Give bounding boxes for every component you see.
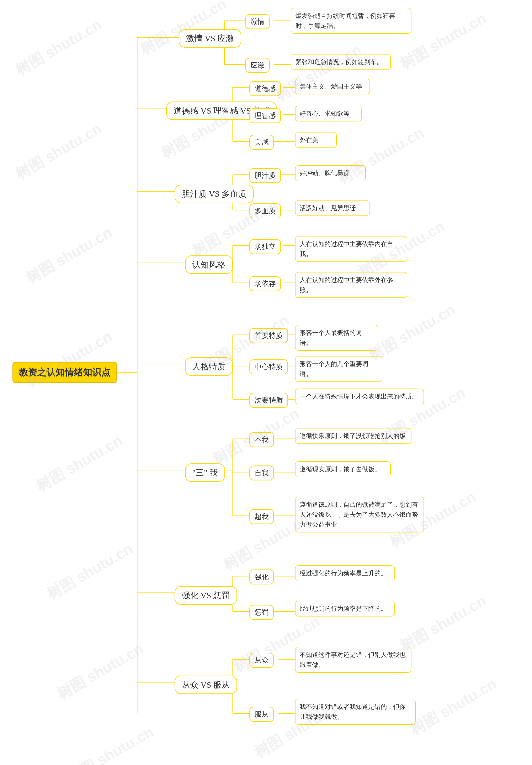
watermark: 树图 shutu.cn xyxy=(12,15,105,80)
root-node: 教资之认知情绪知识点 xyxy=(12,362,117,383)
watermark: 树图 shutu.cn xyxy=(64,722,157,765)
l2-qianghua: 强化 xyxy=(249,569,274,584)
l2-yingji: 应激 xyxy=(245,58,270,73)
l3-danzhizhi-desc: 好冲动、脾气暴躁 xyxy=(295,165,366,181)
l3-changduli-desc: 人在认知的过程中主要依靠内在自我。 xyxy=(295,236,407,262)
l1-renge: 人格特质 xyxy=(185,357,233,376)
l3-benwo-desc: 遵循快乐原则，饿了没饭吃抢别人的饭 xyxy=(295,428,411,444)
l2-changycun: 场依存 xyxy=(249,276,281,291)
l1-renzhi: 认知风格 xyxy=(185,256,233,274)
l3-shouyao-desc: 形容一个人最概括的词语。 xyxy=(295,325,378,351)
l2-jiqing: 激情 xyxy=(245,14,270,29)
l3-daodegan-desc: 集体主义、爱国主义等 xyxy=(295,79,370,94)
l3-ziwo-desc: 遵循现实原则，饿了去做饭。 xyxy=(295,461,391,477)
watermark: 树图 shutu.cn xyxy=(396,591,490,656)
l3-qianghua-desc: 经过强化的行为频率是上升的。 xyxy=(295,565,395,581)
l2-ziwo: 自我 xyxy=(249,465,274,480)
l2-duoxuezhi: 多血质 xyxy=(249,204,281,218)
l2-chengfa: 惩罚 xyxy=(249,605,274,620)
l2-daodegan: 道德感 xyxy=(249,81,281,96)
l2-fucong: 服从 xyxy=(249,707,274,722)
l3-fucong-desc: 我不知道对错或者我知道是错的，但你让我做我就做。 xyxy=(295,699,415,725)
l3-zhongxin-desc: 形容一个人的几个重要词语。 xyxy=(295,356,383,382)
l3-chaoawo-desc: 遵循道德原则，自己的饿被满足了，想到有人还没饭吃，于是去为了大多数人不饿而努力做… xyxy=(295,497,424,532)
l3-yingji-desc: 紧张和危急情况，例如急刹车。 xyxy=(291,54,391,70)
mind-map: 树图 shutu.cn 树图 shutu.cn 树图 shutu.cn 树图 s… xyxy=(0,0,532,765)
l2-ciyao: 次要特质 xyxy=(249,393,288,408)
l2-congzhong: 从众 xyxy=(249,653,274,668)
watermark: 树图 shutu.cn xyxy=(33,430,126,496)
l3-congzhong-desc: 不知道这件事对还是错，但别人做我也跟着做。 xyxy=(295,647,411,673)
l3-changyicun-desc: 人在认知的过程中主要依靠外在参照。 xyxy=(295,272,407,298)
l3-ciyao-desc: 一个人在特殊情境下才会表现出来的特质。 xyxy=(295,388,424,404)
l2-danzhizhi: 胆汁质 xyxy=(249,168,281,183)
l2-meigan: 美感 xyxy=(249,135,274,150)
l3-lizhigan-desc: 好奇心、求知欲等 xyxy=(295,106,362,122)
l3-jiqing-desc: 爆发强烈且持续时间短暂，例如狂喜时，手舞足蹈。 xyxy=(291,8,411,34)
watermark: 树图 shutu.cn xyxy=(22,223,116,288)
l3-meigan-desc: 外在美 xyxy=(295,132,337,148)
watermark: 树图 shutu.cn xyxy=(365,300,459,365)
l1-danzhi: 胆汁质 VS 多血质 xyxy=(174,185,254,203)
l2-chaoawo: 超我 xyxy=(249,509,274,524)
l2-changduli: 场独立 xyxy=(249,239,281,254)
l1-qianghua: 强化 VS 惩罚 xyxy=(174,586,237,605)
l2-lizhigan: 理智感 xyxy=(249,108,281,123)
l2-zhongxin: 中心特质 xyxy=(249,360,288,375)
l1-jiqing: 激情 VS 应激 xyxy=(179,29,241,48)
watermark: 树图 shutu.cn xyxy=(53,638,147,704)
l1-congzhong: 从众 VS 服从 xyxy=(174,676,237,694)
l1-sanwo: "三" 我 xyxy=(185,463,225,482)
watermark: 树图 shutu.cn xyxy=(43,539,136,604)
l2-shouyao: 首要特质 xyxy=(249,328,288,343)
l3-chengfa-desc: 经过惩罚的行为频率是下降的。 xyxy=(295,601,395,616)
l3-duoxuezhi-desc: 活泼好动、见异思迁 xyxy=(295,200,370,216)
watermark: 树图 shutu.cn xyxy=(407,674,500,739)
watermark: 树图 shutu.cn xyxy=(12,119,105,184)
l2-benwo: 本我 xyxy=(249,432,274,447)
watermark: 树图 shutu.cn xyxy=(272,40,365,105)
